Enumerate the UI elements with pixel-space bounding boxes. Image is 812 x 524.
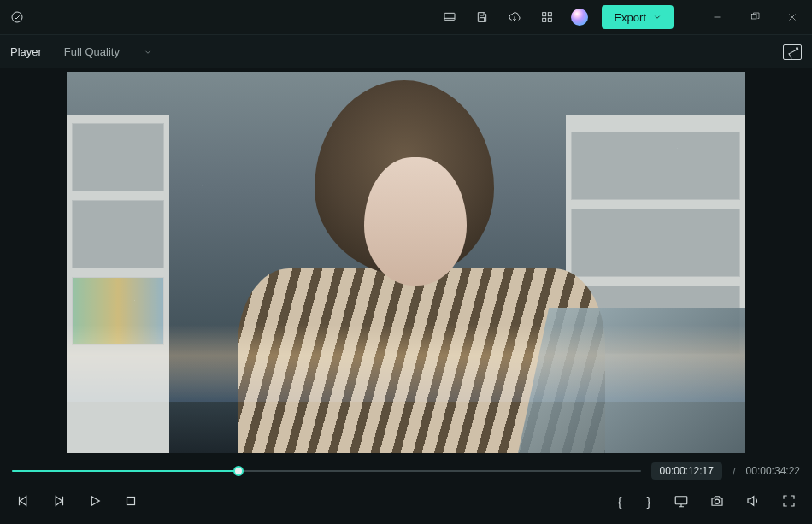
maximize-button[interactable] xyxy=(742,4,768,30)
chevron-down-icon xyxy=(144,48,152,56)
screen-icon[interactable] xyxy=(439,7,460,27)
current-time: 00:00:12:17 xyxy=(651,462,722,480)
svg-rect-4 xyxy=(549,13,552,16)
total-time: 00:00:34:22 xyxy=(746,465,800,477)
export-button[interactable]: Export xyxy=(602,5,674,29)
stop-button[interactable] xyxy=(120,490,142,512)
progress-scrubber[interactable] xyxy=(12,465,641,477)
minimize-button[interactable] xyxy=(704,4,730,30)
svg-rect-7 xyxy=(752,15,757,20)
svg-rect-5 xyxy=(543,18,546,21)
mark-in-button[interactable]: { xyxy=(612,494,627,509)
volume-button[interactable] xyxy=(742,490,764,512)
save-icon[interactable] xyxy=(472,7,492,27)
preview-area xyxy=(0,68,812,456)
export-label: Export xyxy=(614,11,646,24)
svg-rect-3 xyxy=(543,13,546,16)
quality-label: Full Quality xyxy=(64,45,120,58)
next-frame-button[interactable] xyxy=(48,490,70,512)
preview-subbar: Player Full Quality xyxy=(0,34,812,68)
cloud-download-icon[interactable] xyxy=(504,7,525,27)
svg-rect-1 xyxy=(444,13,455,20)
svg-rect-8 xyxy=(127,498,135,505)
svg-point-10 xyxy=(715,499,719,503)
preview-waveform-icon[interactable] xyxy=(783,44,802,60)
mark-out-button[interactable]: } xyxy=(641,494,656,509)
controls-row: { } xyxy=(0,484,812,518)
svg-point-0 xyxy=(12,12,22,22)
svg-rect-6 xyxy=(549,18,552,21)
fullscreen-button[interactable] xyxy=(778,490,800,512)
quality-dropdown[interactable]: Full Quality xyxy=(64,45,152,58)
display-screen-button[interactable] xyxy=(670,490,692,512)
play-button[interactable] xyxy=(84,490,106,512)
close-button[interactable] xyxy=(780,4,805,30)
time-separator: / xyxy=(733,465,736,478)
check-icon[interactable] xyxy=(7,7,27,27)
svg-rect-9 xyxy=(675,497,687,504)
ai-orb-icon[interactable] xyxy=(569,7,590,27)
player-label: Player xyxy=(10,45,42,58)
prev-frame-button[interactable] xyxy=(12,490,34,512)
titlebar: Export xyxy=(0,0,812,34)
svg-rect-2 xyxy=(480,18,485,21)
scrubber-row: 00:00:12:17 / 00:00:34:22 xyxy=(0,458,812,484)
video-preview[interactable] xyxy=(67,72,745,453)
apps-icon[interactable] xyxy=(537,7,557,27)
chevron-down-icon xyxy=(653,13,662,21)
snapshot-button[interactable] xyxy=(706,490,728,512)
